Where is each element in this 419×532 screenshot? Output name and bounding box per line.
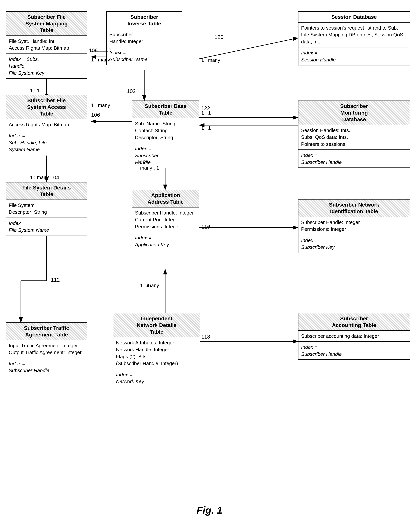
subscriber-accounting-index: Index =Subscriber Handle xyxy=(299,341,410,359)
subscriber-traffic-agreement-index: Index =Subscriber Handle xyxy=(6,358,87,376)
label-106: 106 xyxy=(91,112,100,118)
subscriber-network-identification-body: Subscriber Handle: IntegerPermissions: I… xyxy=(299,217,410,235)
cardinality-1-many-left: 1 : many xyxy=(91,102,110,108)
independent-network-details-header: IndependentNetwork DetailsTable xyxy=(113,313,200,337)
session-database-header: Session Database xyxy=(299,12,410,23)
cardinality-1-1-center-right2: 1 : 1 xyxy=(201,125,211,131)
independent-network-details-index: Index =Network Key xyxy=(113,369,200,387)
subscriber-base-body: Sub. Name: StringContact: StringDescript… xyxy=(132,118,199,143)
subscriber-inverse-table: SubscriberInverse Table SubscriberHandle… xyxy=(106,11,182,65)
subscriber-file-system-mapping-header: Subscriber FileSystem MappingTable xyxy=(6,12,87,36)
subscriber-accounting-header: SubscriberAccounting Table xyxy=(299,313,410,331)
cardinality-1-1-top: 1 : 1 xyxy=(30,88,40,94)
subscriber-accounting-body: Subscriber accounting data: Integer xyxy=(299,331,410,341)
subscriber-monitoring-index: Index =Subscriber Handle xyxy=(299,149,410,167)
application-address-header: ApplicationAddress Table xyxy=(132,190,199,208)
subscriber-traffic-agreement-body: Input Traffic Agreement: IntegerOutput T… xyxy=(6,340,87,358)
subscriber-network-identification-table: Subscriber NetworkIdentification Table S… xyxy=(298,199,410,253)
subscriber-file-system-mapping-index: Index = Subs.Handle,File System Key xyxy=(6,53,87,78)
diagram-container: Subscriber FileSystem MappingTable File … xyxy=(0,0,419,521)
cardinality-1-many-right: 1 : many xyxy=(201,57,220,63)
cardinality-1-1-center-right: 1 : 1 xyxy=(201,110,211,116)
label-120: 120 xyxy=(215,34,223,40)
label-100: 100 xyxy=(103,47,111,53)
subscriber-monitoring-table: SubscriberMonitoringDatabase Session Han… xyxy=(298,100,410,168)
subscriber-file-system-access-table: Subscriber FileSystem AccessTable Access… xyxy=(6,95,87,155)
subscriber-inverse-header: SubscriberInverse Table xyxy=(107,12,182,29)
subscriber-accounting-table: SubscriberAccounting Table Subscriber ac… xyxy=(298,313,410,360)
subscriber-traffic-agreement-header: Subscriber TrafficAgreement Table xyxy=(6,323,87,340)
subscriber-base-table: Subscriber BaseTable Sub. Name: StringCo… xyxy=(132,100,199,168)
label-112: 112 xyxy=(51,277,60,283)
application-address-body: Subscriber Handle: IntegerCurrent Port: … xyxy=(132,208,199,232)
independent-network-details-table: IndependentNetwork DetailsTable Network … xyxy=(113,313,200,387)
label-104: 104 xyxy=(50,174,59,181)
subscriber-network-identification-header: Subscriber NetworkIdentification Table xyxy=(299,199,410,217)
subscriber-inverse-body: SubscriberHandle: Integer xyxy=(107,29,182,47)
subscriber-inverse-index: Index =Subscriber Name xyxy=(107,47,182,65)
subscriber-monitoring-body: Session Handles: Ints.Subs. QoS data: In… xyxy=(299,125,410,149)
application-address-index: Index =Application Key xyxy=(132,232,199,250)
cardinality-1-many-top: 1 : many xyxy=(91,57,110,63)
subscriber-file-system-mapping-table: Subscriber FileSystem MappingTable File … xyxy=(6,11,87,79)
cardinality-many-1: many : 1 xyxy=(140,165,159,171)
session-database-table: Session Database Pointers to session's r… xyxy=(298,11,410,65)
subscriber-file-system-access-index: Index =Sub. Handle, FileSystem Name xyxy=(6,130,87,155)
label-110: 110 xyxy=(137,159,146,165)
label-116: 116 xyxy=(201,224,210,230)
label-118: 118 xyxy=(201,334,210,340)
cardinality-1-many-file: 1 : many xyxy=(30,174,49,180)
subscriber-file-system-access-header: Subscriber FileSystem AccessTable xyxy=(6,95,87,119)
file-system-details-body: File SystemDescriptor: String xyxy=(6,200,87,218)
cardinality-1-many-bottom: 1 : many xyxy=(140,283,159,288)
subscriber-network-identification-index: Index =Subscriber Key xyxy=(299,235,410,253)
file-system-details-header: File System DetailsTable xyxy=(6,183,87,200)
file-system-details-index: Index =File System Name xyxy=(6,218,87,235)
session-database-index: Index =Session Handle xyxy=(299,47,410,65)
file-system-details-table: File System DetailsTable File SystemDesc… xyxy=(6,182,87,236)
subscriber-base-header: Subscriber BaseTable xyxy=(132,101,199,118)
label-108: 108 xyxy=(89,47,98,53)
subscriber-file-system-access-body: Access Rights Map: Bitmap xyxy=(6,119,87,130)
subscriber-file-system-mapping-body: File Syst. Handle: Int.Access Rights Map… xyxy=(6,36,87,53)
label-102: 102 xyxy=(127,88,136,94)
independent-network-details-body: Network Attributes: IntegerNetwork Handl… xyxy=(113,337,200,369)
fig-caption: Fig. 1 xyxy=(0,505,419,516)
svg-line-5 xyxy=(199,38,298,59)
session-database-body: Pointers to session's request list and t… xyxy=(299,23,410,47)
subscriber-traffic-agreement-table: Subscriber TrafficAgreement Table Input … xyxy=(6,322,87,376)
application-address-table: ApplicationAddress Table Subscriber Hand… xyxy=(132,190,199,250)
subscriber-monitoring-header: SubscriberMonitoringDatabase xyxy=(299,101,410,125)
